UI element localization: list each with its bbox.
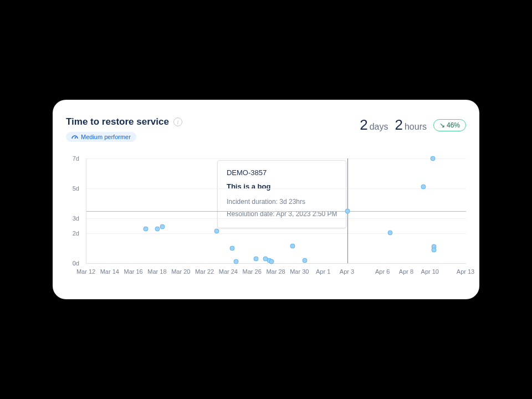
x-tick: Mar 14 (100, 268, 119, 275)
data-point[interactable] (388, 230, 393, 235)
x-tick: Apr 8 (399, 268, 413, 275)
gauge-icon (71, 134, 78, 140)
x-axis: Mar 12Mar 14Mar 16Mar 18Mar 20Mar 22Mar … (86, 268, 466, 279)
x-tick: Mar 30 (290, 268, 309, 275)
data-point[interactable] (155, 226, 160, 231)
x-tick: Mar 22 (195, 268, 214, 275)
plot-area[interactable]: DEMO-3857 This is a bog Incident duratio… (86, 158, 466, 264)
y-tick: 7d (73, 155, 79, 162)
data-point[interactable] (233, 259, 238, 264)
tooltip-id: DEMO-3857 (227, 168, 337, 177)
info-icon[interactable]: i (173, 117, 182, 126)
data-point[interactable] (230, 246, 235, 251)
data-point[interactable] (431, 156, 436, 161)
card-title: Time to restore service (66, 116, 169, 127)
metric-hours: 2 hours (395, 116, 427, 134)
card-header: Time to restore service i Medium perform… (66, 116, 466, 142)
tooltip-title: This is a bog (227, 182, 337, 191)
header-right: 2 days 2 hours ↘ 46% (360, 116, 466, 134)
badge-label: Medium performer (81, 134, 131, 140)
x-tick: Mar 26 (243, 268, 262, 275)
metric-days-unit: days (370, 122, 388, 132)
x-tick: Apr 3 (340, 268, 354, 275)
x-tick: Mar 20 (171, 268, 190, 275)
data-point[interactable] (214, 228, 219, 233)
performance-badge: Medium performer (66, 132, 136, 142)
x-tick: Mar 12 (76, 268, 95, 275)
x-tick: Apr 10 (421, 268, 439, 275)
metric-hours-value: 2 (395, 116, 402, 134)
data-point[interactable] (290, 243, 295, 248)
x-tick: Mar 18 (147, 268, 166, 275)
metric-card: Time to restore service i Medium perform… (53, 100, 479, 299)
x-tick: Mar 28 (266, 268, 285, 275)
data-point[interactable] (144, 226, 149, 231)
header-left: Time to restore service i Medium perform… (66, 116, 182, 142)
data-point[interactable] (432, 247, 437, 252)
y-tick: 5d (73, 185, 79, 192)
x-tick: Apr 6 (375, 268, 390, 275)
svg-line-0 (75, 137, 76, 139)
data-point[interactable] (302, 258, 307, 263)
data-point[interactable] (421, 185, 426, 190)
tooltip-duration: Incident duration: 3d 23hrs (227, 196, 337, 208)
metric-hours-unit: hours (405, 122, 427, 132)
trend-down-icon: ↘ (439, 121, 445, 129)
trend-pill: ↘ 46% (433, 119, 466, 131)
y-axis: 7d5d3d2d0d (66, 158, 83, 264)
y-tick: 0d (73, 260, 79, 267)
metric-days-value: 2 (360, 116, 367, 134)
chart: 7d5d3d2d0d DEMO-3857 This is a bog Incid… (66, 158, 466, 280)
data-point[interactable] (254, 256, 259, 261)
trend-value: 46% (447, 121, 460, 129)
data-point[interactable] (160, 224, 165, 229)
x-tick: Apr 13 (457, 268, 474, 275)
y-tick: 3d (73, 215, 79, 222)
x-tick: Apr 1 (316, 268, 330, 275)
data-point[interactable] (269, 259, 274, 264)
metric-days: 2 days (360, 116, 388, 134)
x-tick: Mar 16 (124, 268, 143, 275)
x-tick: Mar 24 (219, 268, 238, 275)
title-row: Time to restore service i (66, 116, 182, 127)
data-point[interactable] (345, 208, 350, 213)
y-tick: 2d (73, 230, 79, 237)
